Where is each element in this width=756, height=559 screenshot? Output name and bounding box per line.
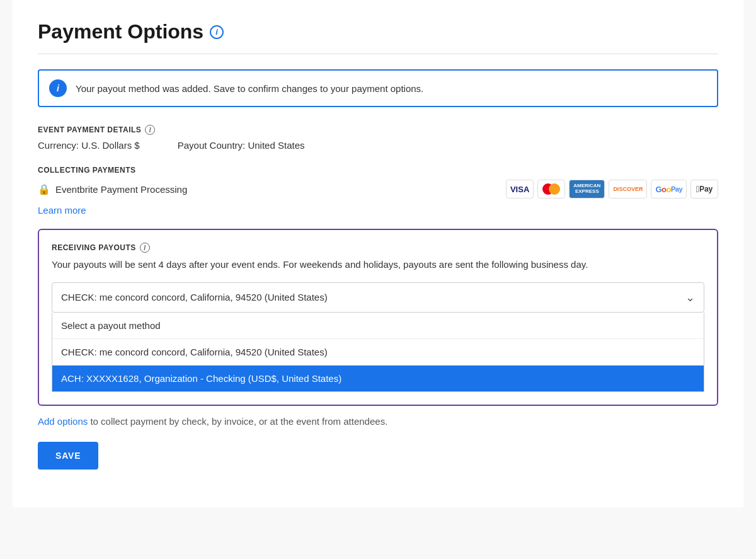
collecting-left: 🔒 Eventbrite Payment Processing	[38, 183, 187, 195]
currency-label: Currency: U.S. Dollars $	[38, 140, 140, 151]
event-payment-section: EVENT PAYMENT DETAILS i Currency: U.S. D…	[38, 125, 718, 151]
payouts-description: Your payouts will be sent 4 days after y…	[52, 258, 704, 272]
page-title-info-icon[interactable]: i	[210, 25, 224, 39]
payment-details-row: Currency: U.S. Dollars $ Payout Country:…	[38, 140, 718, 151]
receiving-payouts-info-icon[interactable]: i	[140, 243, 150, 253]
payout-method-select-value[interactable]: CHECK: me concord concord, California, 9…	[52, 282, 704, 313]
gpay-icon: GooPay	[651, 180, 687, 199]
payout-method-dropdown: Select a payout method CHECK: me concord…	[52, 313, 704, 392]
mastercard-icon	[537, 180, 565, 199]
collecting-payments-section: COLLECTING PAYMENTS 🔒 Eventbrite Payment…	[38, 166, 718, 216]
dropdown-item-ach[interactable]: ACH: XXXXX1628, Organization - Checking …	[52, 366, 704, 391]
add-options-text: Add options to collect payment by check,…	[38, 416, 718, 427]
event-payment-info-icon[interactable]: i	[145, 125, 155, 135]
dropdown-item-placeholder[interactable]: Select a payout method	[52, 313, 704, 339]
event-payment-label: EVENT PAYMENT DETAILS i	[38, 125, 718, 135]
page-title: Payment Options	[38, 20, 203, 43]
title-divider	[38, 54, 718, 54]
visa-card-icon: VISA	[506, 180, 534, 199]
payout-method-select-container[interactable]: CHECK: me concord concord, California, 9…	[52, 282, 704, 392]
receiving-payouts-section: RECEIVING PAYOUTS i Your payouts will be…	[38, 229, 718, 406]
selected-option-text: CHECK: me concord concord, California, 9…	[61, 292, 328, 303]
mc-orange-circle	[549, 183, 560, 195]
info-banner: i Your payout method was added. Save to …	[38, 69, 718, 107]
add-options-link[interactable]: Add options	[38, 416, 88, 427]
collecting-row: 🔒 Eventbrite Payment Processing VISA AME…	[38, 180, 718, 199]
dropdown-item-check[interactable]: CHECK: me concord concord, California, 9…	[52, 339, 704, 366]
lock-icon: 🔒	[38, 183, 50, 195]
save-button[interactable]: SAVE	[38, 442, 98, 470]
card-icons: VISA AMERICANEXPRESS DISCOVER GooPay	[506, 180, 718, 199]
collecting-payments-label: COLLECTING PAYMENTS	[38, 166, 718, 175]
processor-label: Eventbrite Payment Processing	[55, 184, 187, 195]
info-banner-message: Your payout method was added. Save to co…	[76, 83, 423, 94]
learn-more-link[interactable]: Learn more	[38, 205, 86, 216]
applepay-icon:  Pay	[690, 180, 718, 199]
select-chevron-down-icon: ⌄	[685, 291, 695, 304]
add-options-suffix: to collect payment by check, by invoice,…	[88, 416, 387, 427]
payout-country-label: Payout Country: United States	[178, 140, 305, 151]
discover-icon: DISCOVER	[609, 180, 647, 199]
receiving-payouts-label: RECEIVING PAYOUTS i	[52, 243, 704, 253]
info-banner-icon: i	[49, 79, 67, 97]
page-title-row: Payment Options i	[38, 20, 718, 43]
amex-icon: AMERICANEXPRESS	[569, 180, 605, 199]
